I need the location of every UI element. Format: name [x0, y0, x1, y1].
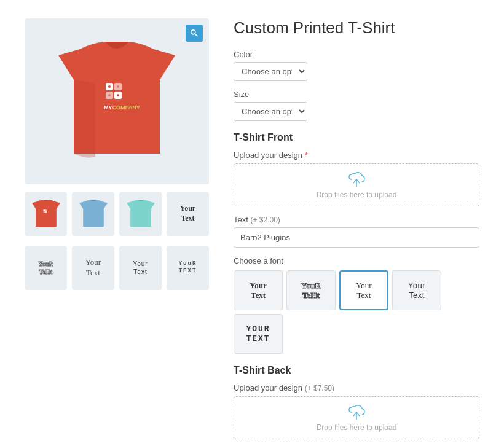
front-text-input[interactable]: [234, 227, 479, 248]
thumbnail-font-plain[interactable]: YourText: [167, 192, 209, 236]
thumbnail-font-stencil[interactable]: YouRTEXT: [167, 246, 209, 290]
font-option-impact[interactable]: YourText: [392, 270, 441, 310]
svg-point-8: [108, 94, 111, 96]
font-choice-label: Choose a font: [234, 256, 479, 265]
font-impact-preview: YourText: [408, 281, 425, 300]
svg-text:MYCOMPANY: MYCOMPANY: [104, 104, 140, 111]
front-drop-text: Drop files here to upload: [317, 190, 397, 199]
required-marker: *: [305, 151, 308, 160]
cloud-upload-back-icon: [347, 404, 366, 421]
main-product-image: MYCOMPANY: [25, 18, 209, 184]
left-column: MYCOMPANY: [25, 18, 209, 446]
size-label: Size: [234, 90, 479, 99]
front-upload-label: Upload your design *: [234, 151, 479, 160]
color-label: Color: [234, 50, 479, 59]
svg-point-0: [191, 30, 195, 34]
font-option-stencil[interactable]: YOURTEXT: [234, 314, 283, 354]
front-text-label: Text (+ $2.00): [234, 215, 479, 224]
font-serif-preview: YourText: [250, 281, 266, 300]
thumbnail-blue-shirt[interactable]: [72, 192, 114, 236]
thumbnail-font-cursive[interactable]: YourText: [72, 246, 114, 290]
thumbnail-font-outline[interactable]: YouRTeHt: [25, 246, 67, 290]
font-option-outline[interactable]: YouRTeHt: [286, 270, 336, 310]
back-section-title: T-Shirt Back: [234, 365, 479, 376]
thumbnail-teal-shirt[interactable]: [119, 192, 162, 236]
svg-point-6: [108, 85, 111, 88]
size-select[interactable]: Choose an option ↓ S M L XL XXL: [234, 102, 307, 121]
svg-point-9: [117, 94, 119, 96]
svg-rect-11: [43, 209, 44, 211]
right-column: Custom Printed T-Shirt Color Choose an o…: [234, 18, 479, 446]
color-field-group: Color Choose an option ↓ Red Blue Teal W…: [234, 50, 479, 81]
font-cursive-preview: YourText: [356, 281, 371, 300]
svg-rect-12: [45, 209, 46, 211]
svg-rect-13: [43, 211, 44, 213]
thumbnail-red-shirt[interactable]: [25, 192, 67, 236]
font-stencil-preview: YOURTEXT: [246, 324, 270, 343]
thumbnail-grid: YourText YouRTeHt YourText YourText YouR…: [25, 192, 209, 295]
zoom-button[interactable]: [186, 25, 203, 42]
font-option-serif[interactable]: YourText: [234, 270, 283, 310]
color-select[interactable]: Choose an option ↓ Red Blue Teal White B…: [234, 62, 307, 81]
back-upload-label: Upload your design (+ $7.50): [234, 383, 479, 393]
product-title: Custom Printed T-Shirt: [234, 18, 479, 37]
back-drop-text: Drop files here to upload: [317, 423, 397, 432]
front-upload-box[interactable]: Drop files here to upload: [234, 163, 479, 206]
svg-rect-14: [45, 211, 46, 213]
svg-line-1: [195, 34, 197, 36]
front-section-title: T-Shirt Front: [234, 132, 479, 143]
size-field-group: Size Choose an option ↓ S M L XL XXL: [234, 90, 479, 121]
font-options-group: YourText YouRTeHt YourText YourText YOUR…: [234, 270, 479, 354]
thumbnail-font-impact[interactable]: YourText: [119, 246, 162, 290]
svg-point-7: [117, 85, 119, 88]
cloud-upload-icon: [347, 171, 366, 188]
font-option-cursive[interactable]: YourText: [339, 270, 388, 310]
tshirt-svg: MYCOMPANY: [55, 37, 178, 166]
font-outline-preview: YouRTeHt: [301, 281, 320, 300]
back-upload-box[interactable]: Drop files here to upload: [234, 396, 479, 439]
